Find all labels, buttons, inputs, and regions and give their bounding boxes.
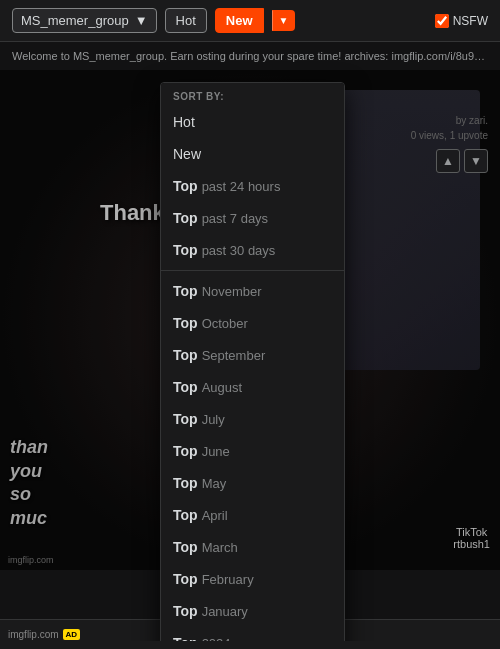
top-label-nov: Top [173, 283, 198, 299]
sort-option-top-september[interactable]: Top September [161, 339, 344, 371]
sort-option-top-june[interactable]: Top June [161, 435, 344, 467]
top-label-30d: Top [173, 242, 198, 258]
top-label-2024: Top [173, 635, 198, 641]
sort-option-top-may[interactable]: Top May [161, 467, 344, 499]
top-label-oct: Top [173, 315, 198, 331]
sort-option-top-24h[interactable]: Top past 24 hours [161, 170, 344, 202]
top-label-jan: Top [173, 603, 198, 619]
top-label-aug: Top [173, 379, 198, 395]
tiktok-label: TikTok [453, 526, 490, 538]
sub-label-jan: January [202, 604, 248, 619]
sort-option-new[interactable]: New [161, 138, 344, 170]
sort-option-hot[interactable]: Hot [161, 106, 344, 138]
top-label-24h: Top [173, 178, 198, 194]
dropdown-divider-1 [161, 270, 344, 271]
post-author: by zari. [456, 115, 488, 126]
sub-label-30d: past 30 days [202, 243, 276, 258]
sort-dropdown-menu: Sort By: Hot New Top past 24 hours Top p… [160, 82, 345, 641]
vote-buttons: ▲ ▼ [436, 149, 488, 173]
sub-label-nov: November [202, 284, 262, 299]
top-label-jul: Top [173, 411, 198, 427]
than-text: than you so muc [10, 437, 48, 527]
sub-label-jun: June [202, 444, 230, 459]
top-label-jun: Top [173, 443, 198, 459]
description-text: Welcome to MS_memer_group. Earn osting d… [12, 50, 500, 62]
sub-label-7d: past 7 days [202, 211, 269, 226]
sub-label-feb: February [202, 572, 254, 587]
vote-info: 0 views, 1 upvote [411, 130, 488, 141]
sort-option-top-2024[interactable]: Top 2024 [161, 627, 344, 641]
community-name: MS_memer_group [21, 13, 129, 28]
nsfw-label: NSFW [453, 14, 488, 28]
tiktok-user: rtbush1 [453, 538, 490, 550]
top-label-feb: Top [173, 571, 198, 587]
sub-label-apr: April [202, 508, 228, 523]
sort-option-top-april[interactable]: Top April [161, 499, 344, 531]
sort-hot-label: Hot [173, 114, 195, 130]
sort-new-label: New [173, 146, 201, 162]
top-label-may: Top [173, 475, 198, 491]
description-bar: Welcome to MS_memer_group. Earn osting d… [0, 42, 500, 70]
sub-label-2024: 2024 [202, 636, 231, 642]
main-content: Welcome to MS_memer_group. Earn osting d… [0, 42, 500, 641]
bottom-imgflip-label: imgflip.com [8, 629, 59, 640]
than-overlay: than you so muc [10, 436, 48, 530]
sort-new-button[interactable]: New [215, 8, 264, 33]
community-arrow-icon: ▼ [135, 13, 148, 28]
sub-label-aug: August [202, 380, 242, 395]
top-label-7d: Top [173, 210, 198, 226]
sort-new-arrow-button[interactable]: ▼ [272, 10, 296, 31]
sort-option-top-july[interactable]: Top July [161, 403, 344, 435]
top-label-sep: Top [173, 347, 198, 363]
sort-option-top-30d[interactable]: Top past 30 days [161, 234, 344, 266]
sort-option-top-november[interactable]: Top November [161, 275, 344, 307]
top-label-apr: Top [173, 507, 198, 523]
sort-option-top-august[interactable]: Top August [161, 371, 344, 403]
dropdown-section-label: Sort By: [161, 83, 344, 106]
sub-label-sep: September [202, 348, 266, 363]
sort-hot-button[interactable]: Hot [165, 8, 207, 33]
nsfw-checkbox[interactable] [435, 14, 449, 28]
top-label-mar: Top [173, 539, 198, 555]
top-bar: MS_memer_group ▼ Hot New ▼ NSFW [0, 0, 500, 42]
sort-option-top-october[interactable]: Top October [161, 307, 344, 339]
sort-option-top-january[interactable]: Top January [161, 595, 344, 627]
imgflip-watermark: imgflip.com [8, 555, 54, 565]
community-selector[interactable]: MS_memer_group ▼ [12, 8, 157, 33]
upvote-button[interactable]: ▲ [436, 149, 460, 173]
sub-label-mar: March [202, 540, 238, 555]
downvote-button[interactable]: ▼ [464, 149, 488, 173]
sub-label-24h: past 24 hours [202, 179, 281, 194]
right-panel: by zari. 0 views, 1 upvote ▲ ▼ [411, 115, 488, 173]
sort-option-top-february[interactable]: Top February [161, 563, 344, 595]
sub-label-may: May [202, 476, 227, 491]
sort-option-top-7d[interactable]: Top past 7 days [161, 202, 344, 234]
ad-badge: AD [63, 629, 81, 640]
nsfw-toggle[interactable]: NSFW [435, 14, 488, 28]
sort-option-top-march[interactable]: Top March [161, 531, 344, 563]
tiktok-badge: TikTok rtbush1 [453, 526, 490, 550]
sub-label-oct: October [202, 316, 248, 331]
sub-label-jul: July [202, 412, 225, 427]
